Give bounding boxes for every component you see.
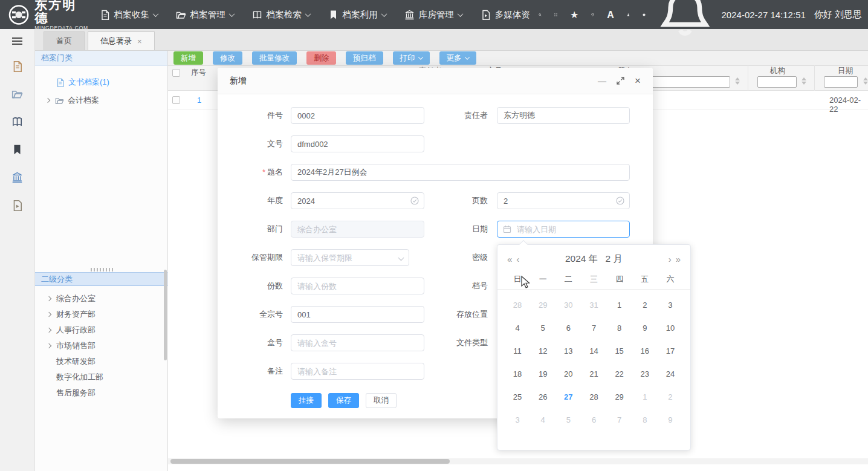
box-no-input[interactable] bbox=[291, 334, 424, 351]
tab-info-entry[interactable]: 信息著录× bbox=[88, 31, 155, 50]
remark-input[interactable] bbox=[291, 363, 424, 380]
app-logo[interactable]: 东方明德 MINGDEDATA.COM bbox=[8, 0, 89, 31]
fonds-no-input[interactable] bbox=[291, 306, 424, 323]
tree-item-document-archive[interactable]: 文书档案(1) bbox=[35, 73, 167, 91]
calendar-day[interactable]: 15 bbox=[607, 339, 632, 362]
chevron-right-icon[interactable] bbox=[45, 98, 50, 103]
user-icon[interactable] bbox=[627, 10, 630, 20]
panel-resize-handle[interactable] bbox=[91, 268, 115, 271]
calendar-day[interactable]: 2 bbox=[658, 385, 683, 408]
rail-bank-icon[interactable] bbox=[11, 172, 23, 183]
sort-org-icon[interactable] bbox=[802, 77, 806, 85]
font-size-icon[interactable]: A bbox=[607, 10, 614, 20]
calendar-day[interactable]: 24 bbox=[658, 362, 683, 385]
calendar-day[interactable]: 3 bbox=[505, 408, 530, 431]
calendar-day[interactable]: 12 bbox=[530, 339, 555, 362]
sidebar-category-item[interactable]: 市场销售部 bbox=[35, 338, 167, 354]
calendar-day[interactable]: 30 bbox=[555, 293, 581, 316]
menu-archive-manage[interactable]: 档案管理 bbox=[176, 9, 234, 21]
close-icon[interactable]: × bbox=[137, 37, 142, 45]
toolbar-button[interactable]: 预归档 bbox=[346, 51, 383, 65]
calendar-day[interactable]: 5 bbox=[530, 316, 555, 339]
toolbar-button[interactable]: 打印 bbox=[393, 51, 430, 65]
sidebar-category-item[interactable]: 综合办公室 bbox=[35, 291, 167, 307]
date-filter-input[interactable] bbox=[824, 76, 858, 88]
horizontal-scrollbar[interactable] bbox=[170, 459, 450, 464]
calendar-day[interactable]: 11 bbox=[505, 339, 530, 362]
org-filter-input[interactable] bbox=[757, 76, 797, 88]
next-month-icon[interactable]: › bbox=[669, 254, 672, 264]
sort-date-icon[interactable] bbox=[863, 77, 868, 85]
calendar-month[interactable]: 2 月 bbox=[606, 253, 623, 264]
calendar-day[interactable]: 6 bbox=[555, 316, 581, 339]
info-icon[interactable] bbox=[643, 10, 646, 20]
star-icon[interactable]: ★ bbox=[570, 10, 578, 20]
toolbar-button[interactable]: 新增 bbox=[173, 51, 203, 65]
collapse-menu-icon[interactable] bbox=[12, 37, 22, 45]
menu-archive-search[interactable]: 档案检索 bbox=[252, 9, 310, 21]
menu-archive-use[interactable]: 档案利用 bbox=[328, 9, 386, 21]
menu-archive-collect[interactable]: 档案收集 bbox=[100, 9, 158, 21]
tab-home[interactable]: 首页 bbox=[44, 31, 85, 50]
sidebar-category-item[interactable]: 人事行政部 bbox=[35, 322, 167, 338]
select-all-checkbox[interactable] bbox=[172, 69, 180, 77]
toolbar-button[interactable]: 更多 bbox=[439, 51, 476, 65]
calendar-day[interactable]: 8 bbox=[632, 408, 658, 431]
calendar-day[interactable]: 9 bbox=[658, 408, 683, 431]
calendar-day[interactable]: 2 bbox=[632, 293, 658, 316]
calendar-day[interactable]: 16 bbox=[632, 339, 658, 362]
date-input[interactable] bbox=[497, 221, 630, 238]
calendar-day[interactable]: 3 bbox=[658, 293, 683, 316]
row-checkbox[interactable] bbox=[172, 96, 180, 104]
close-icon[interactable]: × bbox=[635, 77, 641, 85]
retention-input[interactable] bbox=[291, 249, 409, 266]
calendar-day[interactable]: 21 bbox=[581, 362, 606, 385]
calendar-day[interactable]: 29 bbox=[530, 293, 555, 316]
calendar-day[interactable]: 25 bbox=[505, 385, 530, 408]
calendar-day[interactable]: 7 bbox=[607, 408, 632, 431]
attach-button[interactable]: 挂接 bbox=[291, 393, 322, 408]
calendar-day[interactable]: 19 bbox=[530, 362, 555, 385]
sidebar-scrollbar[interactable] bbox=[164, 270, 167, 360]
toolbar-button[interactable]: 批量修改 bbox=[252, 51, 297, 65]
calendar-day[interactable]: 18 bbox=[505, 362, 530, 385]
fullscreen-icon[interactable] bbox=[554, 10, 557, 20]
tree-item-accounting-archive[interactable]: 会计档案 bbox=[35, 91, 167, 109]
search-icon[interactable] bbox=[539, 10, 542, 20]
menu-multimedia[interactable]: 多媒体资 bbox=[481, 9, 530, 21]
calendar-day[interactable]: 8 bbox=[607, 316, 632, 339]
calendar-day[interactable]: 1 bbox=[632, 385, 658, 408]
calendar-day[interactable]: 7 bbox=[581, 316, 606, 339]
calendar-day[interactable]: 20 bbox=[555, 362, 581, 385]
calendar-day[interactable]: 28 bbox=[581, 385, 606, 408]
calendar-day[interactable]: 1 bbox=[607, 293, 632, 316]
calendar-day[interactable]: 14 bbox=[581, 339, 606, 362]
calendar-day[interactable]: 28 bbox=[505, 293, 530, 316]
gem-icon[interactable] bbox=[591, 10, 594, 20]
calendar-day[interactable]: 4 bbox=[530, 408, 555, 431]
notification-bell[interactable]: 0 bbox=[658, 0, 712, 42]
sort-title-icon[interactable] bbox=[735, 77, 740, 85]
calendar-day[interactable]: 31 bbox=[581, 293, 606, 316]
next-year-icon[interactable]: » bbox=[676, 254, 681, 264]
calendar-day[interactable]: 23 bbox=[632, 362, 658, 385]
save-button[interactable]: 保存 bbox=[328, 393, 359, 408]
rail-bookmark-icon[interactable] bbox=[11, 144, 23, 155]
menu-warehouse[interactable]: 库房管理 bbox=[404, 9, 462, 21]
rail-media-icon[interactable] bbox=[11, 200, 23, 211]
calendar-day[interactable]: 5 bbox=[555, 408, 581, 431]
year-input[interactable] bbox=[291, 192, 424, 209]
calendar-year[interactable]: 2024 年 bbox=[565, 253, 598, 264]
rail-book-icon[interactable] bbox=[11, 116, 23, 128]
rail-folder-icon[interactable] bbox=[11, 88, 23, 100]
calendar-day[interactable]: 17 bbox=[658, 339, 683, 362]
doc-no-input[interactable] bbox=[291, 135, 424, 152]
calendar-day[interactable]: 26 bbox=[530, 385, 555, 408]
calendar-day[interactable]: 13 bbox=[555, 339, 581, 362]
sidebar-category-item[interactable]: 技术研发部 bbox=[35, 354, 167, 369]
pages-input[interactable] bbox=[497, 192, 630, 209]
calendar-day[interactable]: 29 bbox=[607, 385, 632, 408]
maximize-icon[interactable] bbox=[617, 77, 624, 85]
title-input[interactable] bbox=[291, 164, 630, 181]
cancel-button[interactable]: 取消 bbox=[366, 393, 397, 408]
